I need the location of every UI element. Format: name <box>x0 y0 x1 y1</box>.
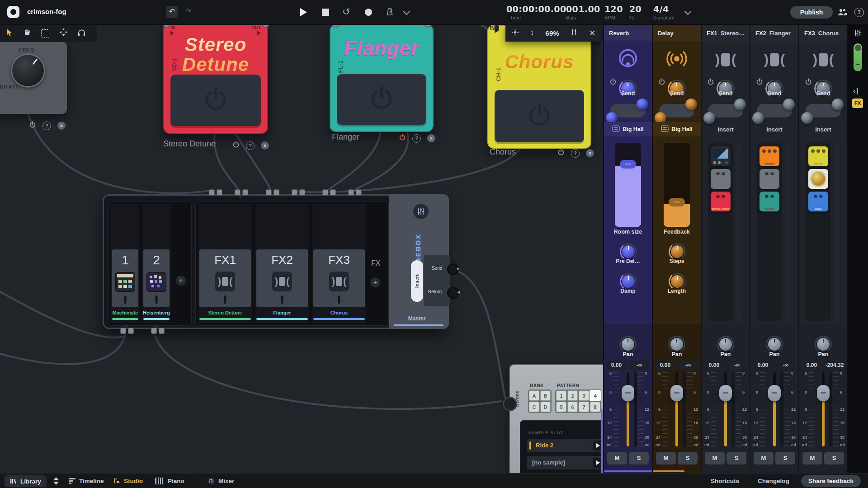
pan-knob[interactable] <box>766 336 783 353</box>
mute-button[interactable]: M <box>656 452 676 465</box>
gray-pedal-thumb[interactable] <box>760 169 779 189</box>
solo-button[interactable]: S <box>824 452 844 465</box>
strip-header-reverb[interactable]: Reverb <box>604 24 652 42</box>
input-port[interactable] <box>209 189 222 196</box>
tempo-settings-chevron-icon[interactable] <box>684 8 692 15</box>
volume-value[interactable]: 0.00 <box>655 361 675 370</box>
pattern-pad-7[interactable]: 7 <box>579 402 589 412</box>
tab-mixer[interactable]: Mixer <box>208 474 234 488</box>
fit-height-icon[interactable]: ↕ <box>530 28 534 38</box>
stereo-detune-pedal-thumb[interactable]: Stereo Detune <box>711 192 731 211</box>
pedal-list[interactable]: crusherFlanger <box>757 143 782 321</box>
chorus-pedal-thumb[interactable]: chorus <box>808 146 828 166</box>
pedal-list-scrollbar[interactable] <box>736 143 742 321</box>
power-icon[interactable] <box>232 141 240 150</box>
sample-slot-row[interactable]: Ride 2 <box>527 439 604 452</box>
strip-header-fx2[interactable]: FX2Flanger <box>750 24 798 42</box>
mixer-settings-icon[interactable] <box>413 204 429 219</box>
strip-power-icon[interactable] <box>756 78 763 85</box>
compressor-pedal-thumb[interactable] <box>711 146 731 166</box>
play-button[interactable] <box>300 8 307 16</box>
fx-panel-badge[interactable]: FX <box>852 99 863 108</box>
changelog-link[interactable]: Changelog <box>758 474 789 488</box>
hand-tool[interactable] <box>18 28 36 38</box>
meter-peak-value[interactable]: -∞ <box>775 361 796 370</box>
sort-toggle[interactable] <box>53 474 59 488</box>
volume-fader-handle[interactable] <box>768 385 781 401</box>
crusher-pedal-thumb[interactable]: crusher <box>760 146 779 166</box>
zoom-level[interactable]: 69% <box>546 29 559 37</box>
send-routing-widget[interactable] <box>707 102 744 119</box>
preset-selector[interactable]: Big Hall <box>653 122 701 136</box>
volume-value[interactable]: 0.00 <box>802 361 822 370</box>
power-icon-active[interactable] <box>399 134 406 143</box>
collapse-panel-icon[interactable]: ‹| <box>853 87 859 94</box>
record-button[interactable] <box>365 9 372 16</box>
shortcuts-link[interactable]: Shortcuts <box>711 474 739 488</box>
machiniste-device-icon[interactable] <box>115 272 135 292</box>
volume-value[interactable]: 0.00 <box>753 361 773 370</box>
collaborators-icon[interactable] <box>837 8 847 18</box>
marquee-select-tool[interactable] <box>36 29 54 38</box>
stagebox-channel-2[interactable]: 2 Heisenberg <box>142 204 170 323</box>
reverb-main-fader[interactable] <box>615 143 641 227</box>
audiotool-logo-icon[interactable] <box>7 6 19 18</box>
close-icon[interactable]: ✕ <box>589 28 595 38</box>
bank-pad-A[interactable]: A <box>529 390 539 401</box>
send-routing-widget[interactable] <box>609 102 646 119</box>
tab-library[interactable]: Library <box>5 475 47 487</box>
send-routing-widget[interactable] <box>658 102 695 119</box>
heisenberg-device-icon[interactable] <box>146 272 166 292</box>
solo-button[interactable]: S <box>629 452 649 465</box>
bank-pad-C[interactable]: C <box>529 402 539 412</box>
mixer-view-icon[interactable] <box>571 28 578 38</box>
solo-button[interactable]: S <box>726 452 746 465</box>
volume-value[interactable]: 0.00 <box>704 361 724 370</box>
stagebox-device[interactable]: 1 Machiniste 2 Heisenberg <box>103 194 446 329</box>
strip-header-fx1[interactable]: FX1Stereo… <box>702 24 750 42</box>
loop-button[interactable]: ↺ <box>342 6 350 17</box>
bank-pad-D[interactable]: D <box>540 402 551 412</box>
bank-pad-B[interactable]: B <box>540 390 551 401</box>
stagebox-channel-fx3[interactable]: FX3 )( Chorus <box>312 204 366 323</box>
footswitch[interactable] <box>337 74 426 125</box>
gray-pedal-thumb[interactable] <box>711 169 731 189</box>
pattern-pad-6[interactable]: 6 <box>567 402 578 412</box>
solo-button[interactable]: S <box>775 452 795 465</box>
tab-piano[interactable]: Piano <box>155 474 184 488</box>
headphones-tool[interactable] <box>72 28 90 38</box>
power-icon[interactable] <box>29 121 36 130</box>
help-icon[interactable]: ? <box>42 122 51 130</box>
strip-header-fx3[interactable]: FX3Chorus <box>799 24 847 42</box>
undo-button[interactable]: ↶ <box>166 6 178 18</box>
add-fx-channel-button[interactable]: + <box>370 277 380 287</box>
pedal-slot-icon[interactable]: )( <box>329 272 349 291</box>
volume-fader-handle[interactable] <box>719 385 732 401</box>
master-insert-tab[interactable]: Insert <box>411 260 423 302</box>
project-title[interactable]: crimson-fog <box>27 8 66 15</box>
pattern-pad-5[interactable]: 5 <box>556 402 566 412</box>
pan-knob[interactable] <box>717 336 734 353</box>
strip-header-delay[interactable]: Delay <box>653 24 701 42</box>
help-icon[interactable]: ? <box>854 8 864 17</box>
close-icon[interactable]: × <box>261 141 269 150</box>
input-port[interactable] <box>235 189 248 196</box>
stop-button[interactable] <box>322 9 329 16</box>
mute-button[interactable]: M <box>802 452 822 465</box>
pattern-pad-4[interactable]: 4 <box>590 390 600 401</box>
close-icon[interactable]: × <box>586 149 594 157</box>
meter-peak-value[interactable]: -∞ <box>678 361 698 370</box>
close-icon[interactable]: × <box>427 134 435 142</box>
power-icon[interactable] <box>557 149 565 158</box>
pattern-pad-3[interactable]: 3 <box>579 390 589 401</box>
publish-button[interactable]: Publish <box>790 6 833 19</box>
volume-fader-handle[interactable] <box>622 385 634 401</box>
preset-selector[interactable]: Big Hall <box>604 122 652 136</box>
pedal-slot-icon[interactable]: )( <box>215 272 235 291</box>
volume-fader-handle[interactable] <box>670 385 683 401</box>
footswitch[interactable] <box>170 75 261 126</box>
cursor-tool[interactable] <box>0 28 18 38</box>
input-port[interactable] <box>322 189 336 196</box>
tube-pedal-thumb[interactable]: TUBE <box>808 192 828 211</box>
footswitch[interactable] <box>495 90 584 142</box>
